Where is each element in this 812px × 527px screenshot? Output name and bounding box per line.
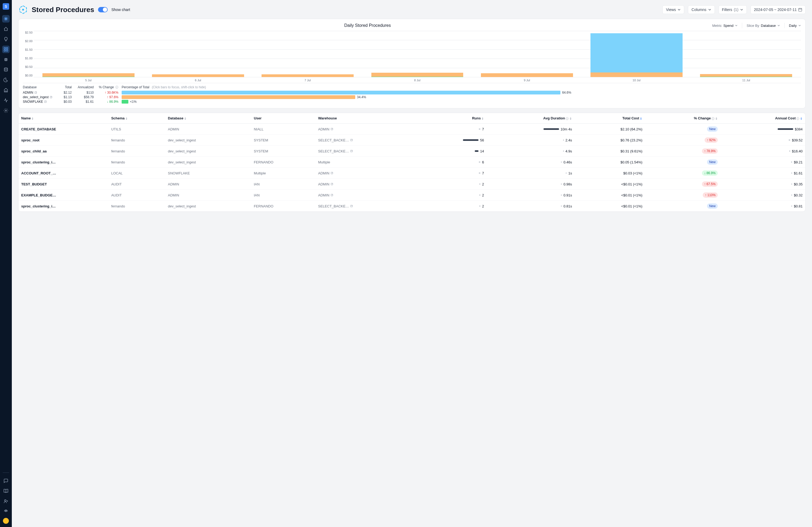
svg-point-10 [22,9,24,11]
chevron-down-icon [740,8,743,11]
sidebar: S [0,0,12,527]
breakdown-header-database: Database [23,85,52,89]
data-table: Name Schema Database User Warehouse Runs… [18,113,806,212]
nav-book-icon[interactable] [2,487,10,495]
user-avatar[interactable] [3,518,9,524]
chevron-down-icon [678,8,681,11]
svg-rect-3 [6,50,8,51]
col-pct-change[interactable]: % Change [645,113,721,124]
slice-selector[interactable]: Slice By Database [746,24,780,28]
table-row[interactable]: TEST_BUDGET AUDIT ADMIN IAN ADMIN 2 0.98… [18,179,805,190]
show-chart-toggle[interactable] [98,7,108,12]
breakdown-row[interactable]: ADMIN $2.12 $110 ↑ 30.6K% 64.6% [23,91,801,94]
col-warehouse[interactable]: Warehouse [316,113,419,124]
interval-selector[interactable]: Daily [789,24,801,28]
breakdown-table: Database Total Annualized % Change Perce… [23,83,801,104]
nav-home-icon[interactable] [2,25,10,33]
page-logo-icon [18,5,28,15]
chevron-down-icon [708,8,711,11]
chart-bar[interactable] [591,31,683,77]
chevron-down-icon [735,24,738,27]
table-row[interactable]: ACCOUNT_ROOT_… LOCAL SNOWFLAKE Multiple … [18,168,805,179]
nav-grid-icon[interactable] [2,46,10,53]
chart-bar[interactable] [262,31,354,77]
page-header: Stored Procedures Show chart Views Colum… [18,5,806,15]
col-name[interactable]: Name [18,113,108,124]
breakdown-header-total: Total [56,85,72,89]
chart-bar[interactable] [152,31,244,77]
table-row[interactable]: sproc_child_aa fernando dev_select_inges… [18,146,805,157]
col-avg-duration[interactable]: Avg Duration [487,113,575,124]
nav-broadcast-icon[interactable] [2,508,10,515]
columns-button[interactable]: Columns [688,5,714,14]
table-row[interactable]: EXAMPLE_BUDGE… AUDIT ADMIN IAN ADMIN 2 0… [18,190,805,201]
col-runs[interactable]: Runs [419,113,487,124]
nav-chat-icon[interactable] [2,477,10,485]
table-row[interactable]: sproc_clustering_i… fernando dev_select_… [18,201,805,212]
svg-rect-1 [6,47,8,49]
page-title: Stored Procedures [32,6,94,14]
svg-rect-4 [5,59,7,61]
breakdown-row[interactable]: dev_select_ingest $1.13 $58.79 ↑ 97.6% 3… [23,95,801,99]
views-button[interactable]: Views [663,5,684,14]
svg-rect-11 [799,8,802,11]
chart-bar[interactable] [42,31,134,77]
nav-pie-icon[interactable] [2,76,10,84]
date-range-button[interactable]: 2024-07-05 ~ 2024-07-11 [751,5,806,14]
chart-bar[interactable] [700,31,792,77]
info-icon [115,86,118,89]
table-row[interactable]: CREATE_DATABASE UTILS ADMIN NIALL ADMIN … [18,124,805,135]
metric-selector[interactable]: Metric Spend [712,24,738,28]
chart-card: Daily Stored Procedures Metric Spend Sli… [18,19,806,108]
app-logo[interactable]: S [3,3,9,10]
nav-user-plus-icon[interactable] [2,497,10,505]
chart-title: Daily Stored Procedures [23,23,712,28]
chart-area[interactable]: $2.50$2.00$1.50$1.00$0.50$0.00 5 Jul6 Ju… [33,31,801,82]
svg-point-6 [4,68,8,69]
nav-building-icon[interactable] [2,86,10,94]
chart-bar[interactable] [481,31,573,77]
col-total-cost[interactable]: Total Cost [575,113,645,124]
col-database[interactable]: Database [165,113,251,124]
chevron-down-icon [777,24,780,27]
show-chart-label: Show chart [112,7,130,12]
svg-point-9 [6,511,6,512]
col-schema[interactable]: Schema [108,113,165,124]
table-row[interactable]: sproc_root fernando dev_select_ingest SY… [18,135,805,146]
svg-rect-5 [5,59,7,60]
col-annual-cost[interactable]: Annual Cost [721,113,805,124]
breakdown-header-change: % Change [97,85,118,89]
svg-rect-2 [4,50,5,51]
chart-bar[interactable] [371,31,463,77]
nav-database-icon[interactable] [2,66,10,74]
table-row[interactable]: sproc_clustering_i… fernando dev_select_… [18,157,805,168]
breakdown-header-annualized: Annualized [75,85,94,89]
nav-activity-icon[interactable] [2,96,10,104]
svg-point-7 [5,110,7,111]
chevron-down-icon [798,24,801,27]
svg-point-8 [4,500,6,501]
col-user[interactable]: User [251,113,316,124]
breakdown-header-pct-total: Percentage of Total (Click bars to focus… [122,85,801,89]
breakdown-row[interactable]: SNOWFLAKE $0.03 $1.61 ↓ 86.9% <1% [23,100,801,104]
nav-gear-icon[interactable] [2,107,10,114]
calendar-icon [798,8,802,12]
nav-lightbulb-icon[interactable] [2,35,10,43]
nav-cpu-icon[interactable] [2,56,10,63]
nav-snowflake-icon[interactable] [2,15,10,22]
svg-rect-0 [4,47,5,49]
filters-button[interactable]: Filters (1) [719,5,747,14]
